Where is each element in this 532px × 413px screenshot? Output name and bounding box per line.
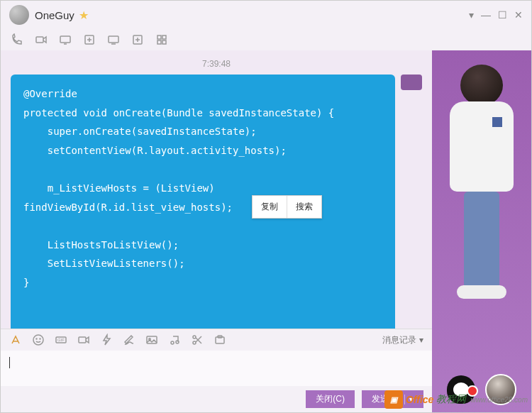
window-controls: ▾ — ☐ ✕ (469, 9, 523, 21)
svg-text:GIF: GIF (57, 338, 65, 342)
message-area: 7:39:48 @Override protected void onCreat… (1, 50, 432, 329)
send-button[interactable]: 发送(S)▾ (362, 390, 423, 408)
gif-icon[interactable]: GIF (55, 334, 67, 346)
maximize-icon[interactable]: ☐ (498, 9, 507, 21)
flash-icon[interactable] (100, 334, 113, 346)
star-icon[interactable]: ★ (79, 9, 89, 22)
screenshot-icon[interactable] (214, 334, 226, 346)
music-icon[interactable] (168, 334, 181, 346)
svg-rect-0 (36, 37, 43, 43)
display-icon[interactable] (107, 33, 120, 46)
call-toolbar (1, 29, 531, 50)
apps-icon[interactable] (155, 33, 168, 46)
video-clip-icon[interactable] (77, 334, 90, 346)
minimize-icon[interactable]: — (481, 9, 491, 21)
chevron-down-icon: ▾ (404, 395, 414, 404)
context-menu: 复制 搜索 (252, 195, 322, 219)
close-button[interactable]: 关闭(C) (306, 390, 355, 408)
voice-call-icon[interactable] (11, 33, 23, 46)
video-call-icon[interactable] (35, 33, 48, 46)
svg-point-10 (36, 338, 37, 339)
message-timestamp: 7:39:48 (11, 59, 422, 69)
contact-figure[interactable] (443, 65, 521, 299)
code-text: @Override protected void onCreate(Bundle… (23, 88, 334, 288)
font-icon[interactable] (9, 334, 22, 346)
titlebar: OneGuy ★ ▾ — ☐ ✕ (1, 1, 531, 29)
svg-rect-8 (162, 40, 166, 44)
chevron-down-icon: ▾ (419, 335, 423, 345)
close-icon[interactable]: ✕ (514, 9, 523, 21)
close-button-label: 关闭(C) (316, 393, 345, 405)
svg-rect-1 (60, 36, 70, 43)
draw-icon[interactable] (123, 334, 135, 346)
svg-rect-7 (157, 40, 161, 44)
svg-point-20 (193, 341, 196, 344)
svg-point-9 (33, 335, 43, 345)
svg-rect-14 (79, 337, 86, 343)
svg-point-19 (193, 336, 196, 338)
code-message-bubble[interactable]: @Override protected void onCreate(Bundle… (11, 75, 395, 329)
sender-avatar-icon[interactable] (401, 75, 422, 90)
side-panel (432, 50, 531, 412)
svg-point-18 (176, 341, 179, 343)
input-toolbar: GIF 消息记录 ▾ (1, 329, 432, 351)
send-button-label: 发送(S) (372, 393, 400, 405)
self-avatar[interactable] (485, 374, 516, 405)
scissors-icon[interactable] (191, 334, 204, 346)
svg-rect-3 (109, 36, 118, 43)
screen-share-icon[interactable] (59, 33, 72, 46)
svg-rect-6 (162, 35, 166, 39)
qq-penguin-icon[interactable] (447, 375, 475, 404)
emoji-icon[interactable] (32, 334, 45, 346)
dropdown-icon[interactable]: ▾ (469, 9, 474, 21)
contact-avatar[interactable] (9, 5, 29, 25)
svg-point-17 (171, 341, 174, 344)
message-history-link[interactable]: 消息记录 ▾ (382, 334, 423, 346)
remote-control-icon[interactable] (83, 33, 96, 46)
add-app-icon[interactable] (131, 33, 144, 46)
message-input[interactable] (1, 351, 432, 386)
search-menu-item[interactable]: 搜索 (287, 196, 321, 218)
history-label: 消息记录 (382, 334, 416, 346)
image-icon[interactable] (145, 334, 158, 346)
svg-rect-5 (157, 35, 161, 39)
bottom-bar: 关闭(C) 发送(S)▾ (1, 386, 432, 412)
svg-point-11 (40, 338, 40, 339)
message-row: @Override protected void onCreate(Bundle… (11, 75, 422, 329)
contact-name: OneGuy (35, 9, 74, 21)
copy-menu-item[interactable]: 复制 (253, 196, 287, 218)
